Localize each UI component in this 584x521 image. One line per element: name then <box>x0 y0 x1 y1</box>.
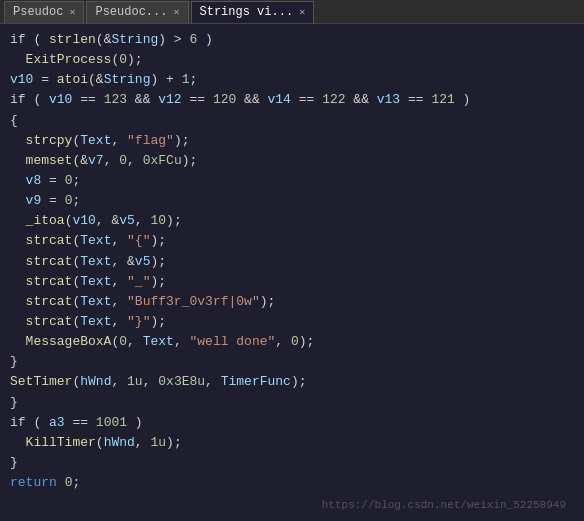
code-line-4: if ( v10 == 123 && v12 == 120 && v14 == … <box>10 90 574 110</box>
code-line-23: return 0; <box>10 473 574 493</box>
code-line-1: if ( strlen(&String) > 6 ) <box>10 30 574 50</box>
code-line-21: KillTimer(hWnd, 1u); <box>10 433 574 453</box>
code-line-18: SetTimer(hWnd, 1u, 0x3E8u, TimerFunc); <box>10 372 574 392</box>
code-area: if ( strlen(&String) > 6 ) ExitProcess(0… <box>0 24 584 521</box>
code-line-8: v8 = 0; <box>10 171 574 191</box>
tab-label-1: Pseudoc <box>13 5 63 19</box>
tab-bar: Pseudoc ✕ Pseudoc... ✕ Strings vi... ✕ <box>0 0 584 24</box>
code-line-10: _itoa(v10, &v5, 10); <box>10 211 574 231</box>
tab-close-3[interactable]: ✕ <box>299 6 305 18</box>
code-line-22: } <box>10 453 574 473</box>
tab-label-2: Pseudoc... <box>95 5 167 19</box>
tab-close-2[interactable]: ✕ <box>173 6 179 18</box>
code-line-6: strcpy(Text, "flag"); <box>10 131 574 151</box>
code-line-9: v9 = 0; <box>10 191 574 211</box>
tab-close-1[interactable]: ✕ <box>69 6 75 18</box>
code-line-14: strcat(Text, "Buff3r_0v3rf|0w"); <box>10 292 574 312</box>
tab-label-3: Strings vi... <box>200 5 294 19</box>
code-line-11: strcat(Text, "{"); <box>10 231 574 251</box>
code-line-7: memset(&v7, 0, 0xFCu); <box>10 151 574 171</box>
code-line-16: MessageBoxA(0, Text, "well done", 0); <box>10 332 574 352</box>
code-line-2: ExitProcess(0); <box>10 50 574 70</box>
tab-pseudoc-2[interactable]: Pseudoc... ✕ <box>86 1 188 23</box>
code-line-13: strcat(Text, "_"); <box>10 272 574 292</box>
code-line-5: { <box>10 111 574 131</box>
code-line-17: } <box>10 352 574 372</box>
watermark: https://blog.csdn.net/weixin_52258949 <box>10 497 574 514</box>
code-line-20: if ( a3 == 1001 ) <box>10 413 574 433</box>
code-line-12: strcat(Text, &v5); <box>10 252 574 272</box>
tab-pseudoc-1[interactable]: Pseudoc ✕ <box>4 1 84 23</box>
code-line-19: } <box>10 393 574 413</box>
code-line-15: strcat(Text, "}"); <box>10 312 574 332</box>
code-line-3: v10 = atoi(&String) + 1; <box>10 70 574 90</box>
tab-strings[interactable]: Strings vi... ✕ <box>191 1 315 23</box>
